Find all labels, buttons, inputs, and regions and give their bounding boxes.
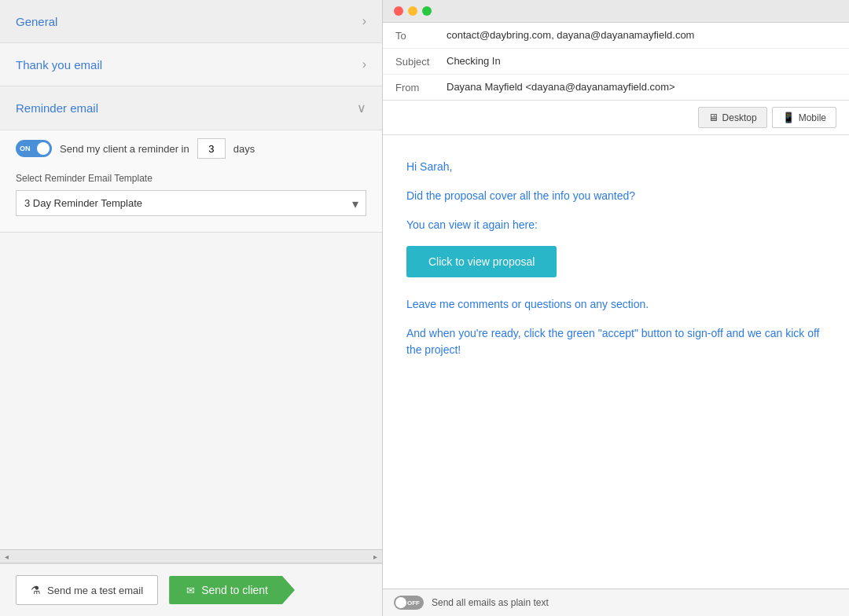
chevron-right-icon-2: › xyxy=(362,57,366,72)
reminder-toggle-row: ON Send my client a reminder in days xyxy=(16,138,366,159)
section-title-reminder: Reminder email xyxy=(16,101,98,115)
to-value: contact@daybring.com, dayana@dayanamayfi… xyxy=(447,29,694,41)
horizontal-scrollbar[interactable]: ◂ ▸ xyxy=(0,549,382,563)
chevron-right-icon: › xyxy=(362,14,366,28)
plain-text-toggle[interactable]: OFF xyxy=(394,596,424,610)
template-select[interactable]: 3 Day Reminder Template 5 Day Reminder T… xyxy=(16,190,366,216)
mobile-view-button[interactable]: 📱 Mobile xyxy=(772,107,836,128)
view-toggle-bar: 🖥 Desktop 📱 Mobile xyxy=(383,101,849,135)
send-client-label: Send to client xyxy=(201,584,268,596)
window-chrome xyxy=(383,0,849,23)
plain-toggle-label: OFF xyxy=(407,600,420,607)
from-label: From xyxy=(395,81,447,94)
email-greeting: Hi Sarah, xyxy=(406,159,825,175)
select-reminder-label: Select Reminder Email Template xyxy=(16,173,366,184)
sidebar-item-reminder[interactable]: Reminder email ∨ xyxy=(0,86,382,130)
reminder-toggle[interactable]: ON xyxy=(16,140,52,157)
test-email-button[interactable]: ⚗ Send me a test email xyxy=(16,575,158,605)
email-header: To contact@daybring.com, dayana@dayanama… xyxy=(383,23,849,101)
to-label: To xyxy=(395,29,447,42)
desktop-icon: 🖥 xyxy=(708,112,719,123)
subject-value: Checking In xyxy=(447,55,501,67)
email-line4: And when you're ready, click the green "… xyxy=(406,325,825,358)
plain-text-bar: OFF Send all emails as plain text xyxy=(383,588,849,616)
plain-text-label: Send all emails as plain text xyxy=(432,597,549,608)
view-proposal-button[interactable]: Click to view proposal xyxy=(406,246,557,277)
left-panel: General › Thank you email › Reminder ema… xyxy=(0,0,383,616)
send-client-button[interactable]: ✉ Send to client xyxy=(169,576,295,604)
window-close-dot[interactable] xyxy=(394,6,403,16)
reminder-toggle-text: Send my client a reminder in xyxy=(60,143,189,155)
reminder-content: ON Send my client a reminder in days Sel… xyxy=(0,130,382,232)
left-scroll-area: General › Thank you email › Reminder ema… xyxy=(0,0,382,549)
from-value: Dayana Mayfield <dayana@dayanamayfield.c… xyxy=(447,81,675,93)
email-to-field: To contact@daybring.com, dayana@dayanama… xyxy=(383,23,849,49)
bottom-bar: ⚗ Send me a test email ✉ Send to client xyxy=(0,563,382,616)
scroll-right-arrow[interactable]: ▸ xyxy=(373,552,377,561)
plain-toggle-knob xyxy=(395,597,406,608)
toggle-knob xyxy=(37,142,50,155)
flask-icon: ⚗ xyxy=(31,584,41,596)
email-line3: Leave me comments or questions on any se… xyxy=(406,296,825,313)
mobile-label: Mobile xyxy=(799,112,826,123)
chevron-down-icon: ∨ xyxy=(357,101,366,116)
section-title-thank-you: Thank you email xyxy=(16,58,102,72)
envelope-icon: ✉ xyxy=(186,585,195,596)
right-panel: To contact@daybring.com, dayana@dayanama… xyxy=(383,0,849,616)
email-line1: Did the proposal cover all the info you … xyxy=(406,188,825,204)
section-title-general: General xyxy=(16,15,57,28)
test-email-label: Send me a test email xyxy=(47,585,143,596)
cta-label: Click to view proposal xyxy=(428,255,535,268)
desktop-view-button[interactable]: 🖥 Desktop xyxy=(698,107,767,128)
days-label: days xyxy=(233,143,255,155)
email-subject-field: Subject Checking In xyxy=(383,49,849,75)
sidebar-item-thank-you[interactable]: Thank you email › xyxy=(0,43,382,86)
email-body-wrapper: Hi Sarah, Did the proposal cover all the… xyxy=(383,135,849,588)
window-minimize-dot[interactable] xyxy=(408,6,417,16)
template-select-wrapper: 3 Day Reminder Template 5 Day Reminder T… xyxy=(16,190,366,216)
sidebar-item-general[interactable]: General › xyxy=(0,0,382,43)
toggle-on-label: ON xyxy=(20,145,31,152)
email-line2: You can view it again here: xyxy=(406,217,825,233)
mobile-icon: 📱 xyxy=(782,112,795,123)
subject-label: Subject xyxy=(395,55,447,68)
desktop-label: Desktop xyxy=(722,112,757,123)
email-body: Hi Sarah, Did the proposal cover all the… xyxy=(383,135,849,394)
reminder-section: Reminder email ∨ ON Send my client a rem… xyxy=(0,86,382,233)
window-maximize-dot[interactable] xyxy=(422,6,432,16)
email-from-field: From Dayana Mayfield <dayana@dayanamayfi… xyxy=(383,75,849,100)
days-input[interactable] xyxy=(197,138,226,159)
scroll-left-arrow[interactable]: ◂ xyxy=(5,552,9,561)
